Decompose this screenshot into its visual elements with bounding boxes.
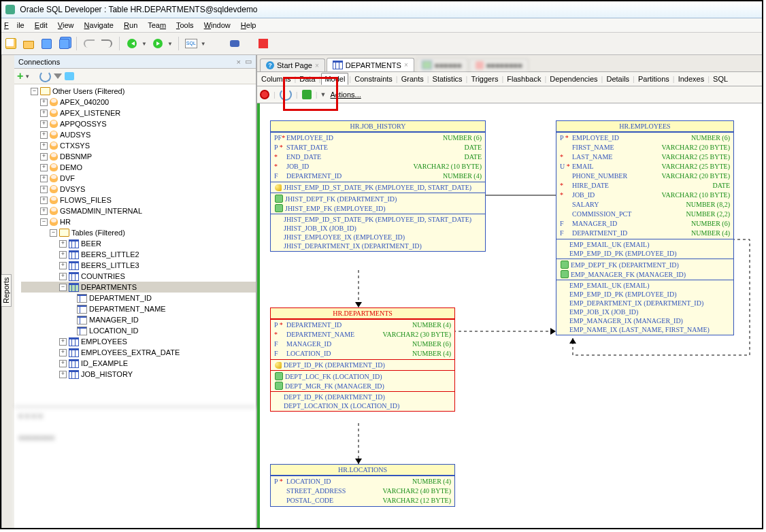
sub-tab-flashback[interactable]: Flashback <box>504 73 544 84</box>
entity-job-history[interactable]: HR.JOB_HISTORYPF*EMPLOYEE_IDNUMBER (6)P … <box>270 120 486 252</box>
menu-bar[interactable]: File Edit View Navigate Run Team Tools W… <box>1 18 762 33</box>
dropdown-icon[interactable]: ▼ <box>201 41 206 47</box>
stop-button[interactable] <box>256 37 270 50</box>
tree-user[interactable]: +DEMO <box>21 162 256 173</box>
menu-team[interactable]: Team <box>148 21 166 29</box>
redo-button[interactable] <box>100 37 114 50</box>
tree-table-departments[interactable]: −DEPARTMENTS <box>21 282 256 293</box>
sub-tab-details[interactable]: Details <box>603 73 632 84</box>
model-icon[interactable] <box>302 90 312 99</box>
sub-tab-partitions[interactable]: Partitions <box>635 73 672 84</box>
tree-user[interactable]: +CTXSYS <box>21 140 256 151</box>
entity-column: P *START_DATEDATE <box>273 143 483 152</box>
tree-column[interactable]: DEPARTMENT_ID <box>21 293 256 303</box>
entity-index: EMP_NAME_IX (LAST_NAME, FIRST_NAME) <box>559 325 731 334</box>
dropdown-icon[interactable]: ▼ <box>167 41 173 47</box>
connections-tree[interactable]: −Other Users (Filtered) +APEX_040200+APE… <box>14 84 256 406</box>
sub-tab-data[interactable]: Data <box>297 73 318 84</box>
nav-back-button[interactable] <box>125 37 139 50</box>
tree-user[interactable]: +AUDSYS <box>21 129 256 140</box>
reports-tab[interactable]: Reports <box>1 55 14 529</box>
sub-tab-sql[interactable]: SQL <box>710 73 731 84</box>
tree-user[interactable]: +DVSYS <box>21 184 256 195</box>
refresh-icon[interactable] <box>280 88 292 101</box>
entity-index: EMP_JOB_IX (JOB_ID) <box>559 307 731 316</box>
nav-forward-button[interactable] <box>151 37 165 50</box>
close-icon[interactable]: × <box>315 62 319 69</box>
menu-file[interactable]: File <box>4 21 24 29</box>
filter-button[interactable] <box>54 73 62 83</box>
tree-column[interactable]: DEPARTMENT_NAME <box>21 303 256 314</box>
schema-browser-icon[interactable] <box>65 72 74 80</box>
sub-tab-columns[interactable]: Columns <box>259 73 293 84</box>
sub-tab-grants[interactable]: Grants <box>399 73 427 84</box>
tab-blurred[interactable]: ■■■■■■■■ <box>469 59 529 71</box>
menu-view[interactable]: View <box>58 21 74 29</box>
menu-tools[interactable]: Tools <box>176 21 194 29</box>
tab-departments[interactable]: DEPARTMENTS× <box>327 58 414 71</box>
tree-user[interactable]: +APEX_LISTENER <box>21 107 256 118</box>
binoculars-icon <box>230 40 239 47</box>
panel-restore-icon[interactable]: ▭ <box>245 57 252 66</box>
tree-user[interactable]: +FLOWS_FILES <box>21 195 256 205</box>
tree-other-users[interactable]: −Other Users (Filtered) <box>21 86 256 97</box>
sub-tab-model[interactable]: Model <box>321 73 348 85</box>
sql-worksheet-button[interactable]: SQL <box>184 37 198 50</box>
pin-icon[interactable] <box>260 90 269 99</box>
tree-table[interactable]: +EMPLOYEES_EXTRA_DATE <box>21 347 256 358</box>
tree-table[interactable]: +BEERS_LITTLE3 <box>21 260 256 271</box>
tree-user[interactable]: +GSMADMIN_INTERNAL <box>21 205 256 216</box>
sub-tab-indexes[interactable]: Indexes <box>676 73 707 84</box>
entity-column: PF*EMPLOYEE_IDNUMBER (6) <box>273 133 483 143</box>
dropdown-icon[interactable]: ▼ <box>320 91 327 98</box>
tree-table[interactable]: +COUNTRIES <box>21 271 256 282</box>
panel-close-icon[interactable]: × <box>237 58 241 66</box>
tree-user-hr[interactable]: −HR <box>21 216 256 227</box>
tree-user[interactable]: +DVF <box>21 173 256 184</box>
refresh-button[interactable] <box>39 71 51 82</box>
save-button[interactable] <box>39 37 53 50</box>
tree-user[interactable]: +APEX_040200 <box>21 97 256 107</box>
tab-start-page[interactable]: ?Start Page× <box>260 59 325 71</box>
save-all-button[interactable] <box>57 37 71 50</box>
tree-table[interactable]: +BEERS_LITTLE2 <box>21 249 256 260</box>
tab-blurred[interactable]: ■■■■■■ <box>416 58 468 71</box>
entity-employees[interactable]: HR.EMPLOYEESP *EMPLOYEE_IDNUMBER (6)FIRS… <box>556 120 734 335</box>
entity-locations[interactable]: HR.LOCATIONSP *LOCATION_IDNUMBER (4)STRE… <box>270 464 455 507</box>
back-icon <box>127 39 137 48</box>
close-icon[interactable]: × <box>404 61 408 69</box>
menu-edit[interactable]: Edit <box>35 21 48 29</box>
menu-help[interactable]: Help <box>241 21 256 29</box>
dropdown-icon[interactable]: ▼ <box>141 41 147 47</box>
dropdown-icon[interactable]: ▼ <box>24 73 30 80</box>
tree-tables-folder[interactable]: −Tables (Filtered) <box>21 227 256 238</box>
menu-navigate[interactable]: Navigate <box>84 21 114 29</box>
folder-icon <box>40 87 50 95</box>
tree-table[interactable]: +EMPLOYEES <box>21 336 256 347</box>
entity-uk: EMP_EMP_ID_PK (EMPLOYEE_ID) <box>559 249 731 258</box>
sub-tab-statistics[interactable]: Statistics <box>430 73 465 84</box>
menu-window[interactable]: Window <box>204 21 231 29</box>
new-button[interactable] <box>4 37 18 50</box>
open-button[interactable] <box>22 37 35 50</box>
undo-button[interactable] <box>82 37 96 50</box>
sub-tab-triggers[interactable]: Triggers <box>468 73 501 84</box>
tree-column[interactable]: LOCATION_ID <box>21 325 256 336</box>
tree-table[interactable]: +ID_EXAMPLE <box>21 358 256 369</box>
tree-column[interactable]: MANAGER_ID <box>21 314 256 325</box>
sub-tab-dependencies[interactable]: Dependencies <box>547 73 600 84</box>
model-canvas[interactable]: HR.JOB_HISTORYPF*EMPLOYEE_IDNUMBER (6)P … <box>257 103 762 529</box>
entity-fk: EMP_MANAGER_FK (MANAGER_ID) <box>559 269 731 279</box>
left-panel: Connections × ▭ +▼ −Other Users (Filtere… <box>14 55 257 529</box>
entity-departments[interactable]: HR.DEPARTMENTSP *DEPARTMENT_IDNUMBER (4)… <box>270 307 455 412</box>
actions-link[interactable]: Actions... <box>331 90 361 99</box>
tree-table[interactable]: +JOB_HISTORY <box>21 369 256 380</box>
menu-run[interactable]: Run <box>124 21 137 29</box>
tree-table[interactable]: +BEER <box>21 238 256 249</box>
find-button[interactable] <box>228 37 242 50</box>
user-icon <box>50 185 58 193</box>
new-connection-button[interactable]: + <box>17 70 23 82</box>
sub-tab-constraints[interactable]: Constraints <box>352 73 395 84</box>
tree-user[interactable]: +APPQOSSYS <box>21 118 256 129</box>
tree-user[interactable]: +DBSNMP <box>21 151 256 162</box>
